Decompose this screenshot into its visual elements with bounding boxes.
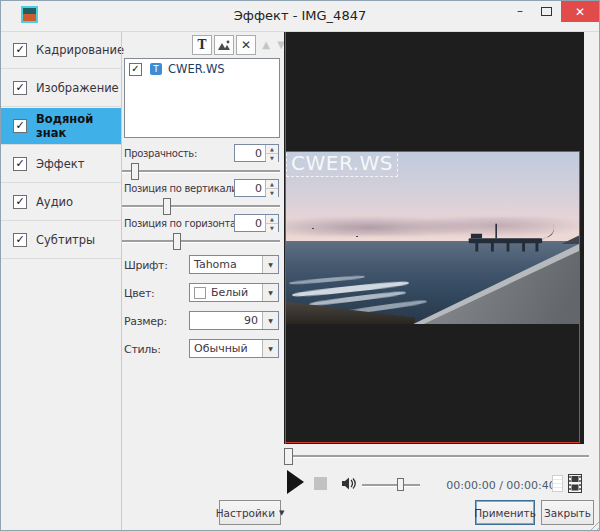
pier-silhouette xyxy=(462,221,573,255)
chevron-down-icon[interactable]: ▼ xyxy=(262,312,278,329)
transparency-slider-track[interactable] xyxy=(122,170,280,173)
size-dropdown[interactable]: 90 ▼ xyxy=(189,311,279,330)
effect-dialog: Эффект - IMG_4847 – ✕ ✓ Кадрирование ✓ И… xyxy=(0,0,600,531)
transparency-label: Прозрачность: xyxy=(124,148,197,159)
sidebar-item-label: Аудио xyxy=(36,195,73,209)
sidebar-item-label: Изображение xyxy=(36,81,119,95)
watermark-selection-box[interactable]: CWER.WS xyxy=(286,152,398,177)
horizontal-position-spinner[interactable]: 0 ▲ ▼ xyxy=(234,214,279,232)
vertical-position-slider-handle[interactable] xyxy=(163,198,171,215)
sidebar-item-subtitles[interactable]: ✓ Субтитры xyxy=(1,222,121,259)
size-value: 90 xyxy=(190,314,262,327)
horizontal-position-slider-track[interactable] xyxy=(122,240,280,243)
minimize-icon: – xyxy=(517,4,523,18)
chevron-down-icon[interactable]: ▼ xyxy=(262,256,278,273)
apply-button-label: Применить xyxy=(474,507,536,519)
caret-down-icon: ▼ xyxy=(279,509,284,517)
volume-slider-track[interactable] xyxy=(362,484,420,487)
vertical-position-value: 0 xyxy=(235,182,265,195)
settings-button[interactable]: Настройки ▼ xyxy=(219,500,281,525)
settings-button-label: Настройки xyxy=(216,507,275,519)
delete-watermark-button[interactable]: ✕ xyxy=(236,35,256,55)
vertical-position-label: Позиция по вертикали: xyxy=(124,183,241,194)
color-label: Цвет: xyxy=(124,287,154,300)
vertical-position-slider-track[interactable] xyxy=(122,205,280,208)
transparency-slider-handle[interactable] xyxy=(131,163,139,180)
subtitles-checkbox[interactable]: ✓ xyxy=(13,233,27,247)
spinner-down-icon[interactable]: ▼ xyxy=(266,189,278,197)
frame-snapshot-icon[interactable] xyxy=(552,475,563,492)
effect-checkbox[interactable]: ✓ xyxy=(13,157,27,171)
sidebar-item-audio[interactable]: ✓ Аудио xyxy=(1,184,121,221)
crop-checkbox[interactable]: ✓ xyxy=(13,43,27,57)
list-item[interactable]: ✓ T CWER.WS xyxy=(129,62,275,76)
color-dropdown[interactable]: Белый ▼ xyxy=(189,283,279,302)
text-watermark-icon: T xyxy=(150,63,162,75)
image-icon xyxy=(218,40,231,51)
chevron-down-icon[interactable]: ▼ xyxy=(262,284,278,301)
arrow-up-icon: ▲ xyxy=(262,39,270,50)
sidebar-item-effect[interactable]: ✓ Эффект xyxy=(1,146,121,183)
transparency-value: 0 xyxy=(235,147,265,160)
list-item-checkbox[interactable]: ✓ xyxy=(129,63,142,76)
play-button[interactable] xyxy=(287,470,304,494)
time-display: 00:00:00 / 00:00:40 xyxy=(441,479,561,492)
film-strip-icon[interactable] xyxy=(568,474,582,493)
sidebar-item-watermark[interactable]: ✓ Водяной знак xyxy=(1,108,121,145)
font-dropdown[interactable]: Tahoma ▼ xyxy=(189,255,279,274)
video-frame[interactable]: CWER.WS xyxy=(286,152,579,324)
horizontal-position-slider-handle[interactable] xyxy=(173,233,181,250)
chevron-down-icon[interactable]: ▼ xyxy=(262,340,278,357)
maximize-icon xyxy=(541,7,552,16)
close-button[interactable]: Закрыть xyxy=(541,500,594,525)
font-label: Шрифт: xyxy=(124,259,168,272)
close-window-button[interactable]: ✕ xyxy=(561,1,599,22)
spinner-up-icon[interactable]: ▲ xyxy=(266,215,278,224)
move-up-button[interactable]: ▲ xyxy=(259,38,273,52)
spinner-down-icon[interactable]: ▼ xyxy=(266,154,278,162)
style-value: Обычный xyxy=(190,342,262,355)
size-label: Размер: xyxy=(124,315,167,328)
horizontal-position-label: Позиция по горизонтали: xyxy=(124,218,251,229)
style-label: Стиль: xyxy=(124,343,161,356)
delete-icon: ✕ xyxy=(241,38,251,52)
spinner-down-icon[interactable]: ▼ xyxy=(266,224,278,232)
video-preview-area[interactable]: CWER.WS xyxy=(284,32,584,444)
sidebar-item-label: Кадрирование xyxy=(36,43,124,57)
list-item-label: CWER.WS xyxy=(168,62,225,76)
spinner-up-icon[interactable]: ▲ xyxy=(266,145,278,154)
stop-button[interactable] xyxy=(314,477,327,490)
add-image-watermark-button[interactable] xyxy=(214,35,234,55)
watermark-list[interactable]: ✓ T CWER.WS xyxy=(124,58,280,138)
color-swatch xyxy=(194,287,206,299)
watermark-text: CWER.WS xyxy=(291,152,393,175)
sidebar-item-image[interactable]: ✓ Изображение xyxy=(1,70,121,107)
text-icon: T xyxy=(198,38,207,52)
image-checkbox[interactable]: ✓ xyxy=(13,81,27,95)
transparency-spinner[interactable]: 0 ▲ ▼ xyxy=(234,144,279,162)
minimize-button[interactable]: – xyxy=(507,1,533,22)
sidebar-item-crop[interactable]: ✓ Кадрирование xyxy=(1,32,121,69)
sidebar-item-label: Эффект xyxy=(36,157,84,171)
seek-slider-track[interactable] xyxy=(286,455,589,458)
maximize-button[interactable] xyxy=(533,1,559,22)
seek-slider-handle[interactable] xyxy=(284,448,293,465)
watermark-checkbox[interactable]: ✓ xyxy=(13,119,27,133)
close-button-label: Закрыть xyxy=(544,507,591,519)
sidebar-item-label: Водяной знак xyxy=(36,112,121,140)
horizontal-position-value: 0 xyxy=(235,217,265,230)
style-dropdown[interactable]: Обычный ▼ xyxy=(189,339,279,358)
font-value: Tahoma xyxy=(190,258,262,271)
volume-icon[interactable] xyxy=(341,476,357,491)
audio-checkbox[interactable]: ✓ xyxy=(13,195,27,209)
vertical-position-spinner[interactable]: 0 ▲ ▼ xyxy=(234,179,279,197)
spinner-up-icon[interactable]: ▲ xyxy=(266,180,278,189)
color-value: Белый xyxy=(211,286,248,299)
apply-button[interactable]: Применить xyxy=(475,500,535,525)
volume-slider-handle[interactable] xyxy=(397,478,404,491)
sidebar-divider xyxy=(121,32,122,531)
close-icon: ✕ xyxy=(575,5,585,19)
add-text-watermark-button[interactable]: T xyxy=(192,35,212,55)
sidebar-item-label: Субтитры xyxy=(36,233,95,247)
